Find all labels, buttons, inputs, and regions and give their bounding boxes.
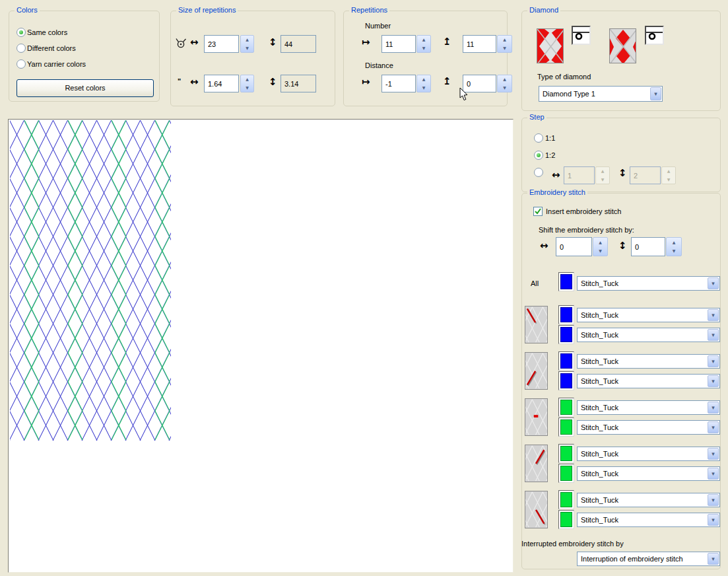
combo-dropdown-icon[interactable]: ▾ (708, 514, 719, 526)
pattern-canvas[interactable] (8, 119, 513, 573)
combo-dropdown-icon[interactable]: ▾ (708, 375, 719, 387)
spin-up-icon[interactable]: ▲ (241, 75, 253, 84)
repetitions-h-spinner[interactable]: ▲▼ (416, 35, 431, 53)
stitch-select[interactable]: Stitch_Tuck▾ (577, 328, 720, 342)
size-h-input[interactable] (204, 35, 239, 53)
spin-up-icon[interactable]: ▲ (596, 167, 609, 176)
stitch-select[interactable]: Stitch_Tuck▾ (577, 374, 720, 388)
combo-dropdown-icon[interactable]: ▾ (708, 277, 719, 289)
step-1-2-radio[interactable] (534, 151, 543, 160)
tuck-loop-icon (646, 27, 663, 44)
step-custom-v-input[interactable] (630, 166, 661, 184)
spin-up-icon[interactable]: ▲ (667, 238, 681, 247)
stitch-color-swatch[interactable] (558, 490, 574, 509)
spin-down-icon[interactable]: ▼ (417, 44, 430, 53)
diamond-edge-bottom-right-icon (525, 491, 548, 528)
stitch-select[interactable]: Stitch_Tuck▾ (577, 420, 720, 435)
size-v-field (281, 35, 316, 53)
pattern-designer-window: Colors Same colors Different colors Yarn… (0, 0, 728, 576)
stitch-type-button[interactable] (572, 26, 591, 45)
distance-h-spinner[interactable]: ▲▼ (416, 75, 431, 92)
combo-dropdown-icon[interactable]: ▾ (708, 494, 719, 506)
yarn-carrier-colors-radio[interactable] (17, 59, 26, 69)
insert-embroidery-stitch-checkbox[interactable] (533, 207, 543, 216)
stitch-select[interactable]: Stitch_Tuck▾ (577, 513, 720, 527)
shift-h-spinner[interactable]: ▲▼ (593, 237, 608, 256)
embroidery-group-title: Embroidery stitch (527, 188, 587, 196)
diamond-edge-top-right-icon (525, 445, 548, 482)
shift-v-spinner[interactable]: ▲▼ (666, 237, 682, 256)
step-1-1-radio[interactable] (534, 133, 543, 143)
spin-up-icon[interactable]: ▲ (662, 167, 675, 176)
size-h2-input[interactable] (204, 75, 239, 92)
stitch-select[interactable]: Stitch_Tuck▾ (577, 354, 720, 369)
step-custom-h-input[interactable] (564, 166, 595, 184)
combo-dropdown-icon[interactable]: ▾ (708, 553, 719, 565)
same-colors-radio[interactable] (17, 28, 26, 37)
spin-down-icon[interactable]: ▼ (596, 176, 609, 184)
mouse-cursor (459, 88, 468, 101)
spin-up-icon[interactable]: ▲ (241, 36, 253, 44)
combo-dropdown-icon[interactable]: ▾ (708, 355, 719, 367)
stitch-select[interactable]: Stitch_Tuck▾ (577, 466, 720, 481)
different-colors-label: Different colors (27, 44, 76, 52)
stitch-color-swatch[interactable] (558, 371, 574, 390)
spin-down-icon[interactable]: ▼ (667, 247, 681, 256)
spin-up-icon[interactable]: ▲ (498, 36, 512, 44)
stitch-color-swatch[interactable] (558, 417, 574, 437)
stitch-type-button[interactable] (645, 26, 664, 45)
stitch-select[interactable]: Stitch_Tuck▾ (577, 493, 720, 507)
spin-down-icon[interactable]: ▼ (662, 176, 675, 184)
all-stitch-select[interactable]: Stitch_Tuck ▾ (577, 276, 720, 291)
spin-up-icon[interactable]: ▲ (593, 238, 607, 247)
combo-dropdown-icon[interactable]: ▾ (708, 309, 719, 321)
diamond-edge-bottom-left-icon (525, 352, 548, 390)
spin-down-icon[interactable]: ▼ (498, 84, 512, 92)
combo-dropdown-icon[interactable]: ▾ (708, 468, 719, 480)
colors-group: Colors Same colors Different colors Yarn… (9, 11, 160, 102)
spin-down-icon[interactable]: ▼ (417, 84, 430, 92)
shift-v-input[interactable] (631, 237, 665, 256)
spin-down-icon[interactable]: ▼ (498, 44, 512, 53)
size-h2-spinner[interactable]: ▲▼ (240, 75, 254, 92)
stitch-select[interactable]: Stitch_Tuck▾ (577, 308, 720, 322)
distance-h-input[interactable] (381, 75, 416, 92)
combo-dropdown-icon[interactable]: ▾ (650, 87, 661, 100)
shift-h-input[interactable] (556, 237, 592, 256)
size-v2-field (281, 75, 316, 92)
stitch-color-swatch[interactable] (558, 305, 574, 324)
stitch-select[interactable]: Stitch_Tuck▾ (577, 447, 720, 461)
spin-down-icon[interactable]: ▼ (593, 247, 607, 256)
spin-down-icon[interactable]: ▼ (241, 84, 253, 92)
combo-dropdown-icon[interactable]: ▾ (708, 448, 719, 460)
repetitions-h-input[interactable] (381, 35, 416, 53)
stitch-color-swatch[interactable] (558, 464, 574, 483)
combo-dropdown-icon[interactable]: ▾ (708, 329, 719, 341)
size-h-spinner[interactable]: ▲▼ (240, 35, 254, 53)
interrupted-stitch-select[interactable]: Interruption of embroidery stitch ▾ (577, 552, 720, 566)
diamond-preview-gray-field (609, 28, 636, 63)
combo-dropdown-icon[interactable]: ▾ (708, 402, 719, 414)
spin-up-icon[interactable]: ▲ (498, 75, 512, 84)
distance-v-spinner[interactable]: ▲▼ (497, 75, 512, 92)
stitch-color-swatch[interactable] (558, 351, 574, 371)
combo-dropdown-icon[interactable]: ▾ (708, 421, 719, 433)
spin-up-icon[interactable]: ▲ (417, 36, 430, 44)
reset-colors-button[interactable]: Reset colors (17, 79, 154, 97)
diamond-type-select[interactable]: Diamond Type 1 ▾ (539, 86, 663, 102)
spin-up-icon[interactable]: ▲ (417, 75, 430, 84)
all-color-swatch[interactable] (558, 272, 574, 291)
stitch-color-swatch[interactable] (558, 398, 574, 417)
stitch-color-swatch[interactable] (558, 444, 574, 463)
different-colors-radio[interactable] (17, 44, 26, 53)
same-colors-label: Same colors (27, 28, 67, 36)
embroidery-stitch-group: Embroidery stitch Insert embroidery stit… (521, 193, 721, 569)
step-custom-radio[interactable] (534, 168, 543, 177)
repetitions-v-input[interactable] (463, 35, 496, 53)
repetitions-v-spinner[interactable]: ▲▼ (497, 35, 512, 53)
spin-down-icon[interactable]: ▼ (241, 44, 253, 53)
stitch-color-swatch[interactable] (558, 510, 574, 529)
step-group: Step 1:1 1:2 ↔ ▲▼ ↕ ▲▼ (521, 118, 721, 192)
stitch-color-swatch[interactable] (558, 325, 574, 344)
stitch-select[interactable]: Stitch_Tuck▾ (577, 400, 720, 415)
